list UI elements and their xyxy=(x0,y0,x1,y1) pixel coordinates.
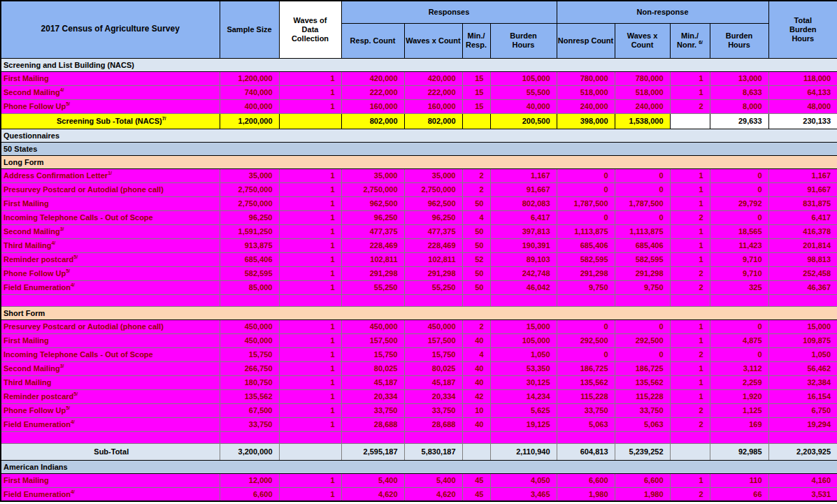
row-label: Reminder postcard5/ xyxy=(1,389,220,403)
cell-nonresp-waves-x-count: 582,595 xyxy=(615,252,670,266)
blank-cell xyxy=(1,294,220,306)
row-label: Phone Follow Up5/ xyxy=(1,99,220,113)
cell-resp-waves-x-count: 2,750,000 xyxy=(404,182,462,196)
cell-min-per-resp: 10 xyxy=(462,403,490,417)
section-row: 50 States xyxy=(1,142,837,155)
cell-resp-waves-x-count: 160,000 xyxy=(404,99,462,113)
row-label: Reminder postcard5/ xyxy=(1,252,220,266)
data-row: First Mailing2,750,0001962,500962,500508… xyxy=(1,196,837,210)
cell-min-per-resp: 45 xyxy=(462,487,490,501)
cell-resp-count: 2,595,187 xyxy=(341,443,404,460)
section-label: Questionnaires xyxy=(1,129,837,142)
cell-resp-waves-x-count: 35,000 xyxy=(404,168,462,182)
row-label: First Mailing xyxy=(1,71,220,85)
cell-resp-waves-x-count: 450,000 xyxy=(404,319,462,333)
cell-sample-size: 85,000 xyxy=(220,280,279,294)
cell-min-per-nonr: 1 xyxy=(670,85,710,99)
cell-nonresp-waves-x-count: 115,228 xyxy=(615,389,670,403)
cell-resp-waves-x-count: 55,250 xyxy=(404,280,462,294)
cell-resp-count: 80,025 xyxy=(341,361,404,375)
data-row: Presurvey Postcard or Autodial (phone ca… xyxy=(1,182,837,196)
footnote-mark: 1/ xyxy=(108,171,112,175)
cell-min-per-nonr: 2 xyxy=(670,99,710,113)
data-row: First Mailing1,200,0001420,000420,000151… xyxy=(1,71,837,85)
blank-cell xyxy=(341,294,404,306)
cell-waves: 1 xyxy=(279,417,341,431)
blank-cell xyxy=(490,431,557,443)
cell-nonresp-count: 1,980 xyxy=(557,487,615,501)
row-label: Second Mailing3/ xyxy=(1,224,220,238)
data-row: Reminder postcard5/685,4061102,811102,81… xyxy=(1,252,837,266)
cell-min-per-resp: 50 xyxy=(462,280,490,294)
cell-nonresp-count: 115,228 xyxy=(557,389,615,403)
cell-total-burden-hours: 2,203,925 xyxy=(768,443,837,460)
cell-resp-count: 160,000 xyxy=(341,99,404,113)
row-label: Third Mailing4/ xyxy=(1,238,220,252)
cell-min-per-resp: 50 xyxy=(462,266,490,280)
cell-nonresp-waves-x-count: 6,600 xyxy=(615,473,670,487)
cell-resp-burden-hours: 242,748 xyxy=(490,266,557,280)
cell-total-burden-hours: 230,133 xyxy=(768,113,837,129)
blank-cell xyxy=(462,294,490,306)
cell-waves: 1 xyxy=(279,487,341,501)
cell-resp-burden-hours: 19,125 xyxy=(490,417,557,431)
cell-resp-burden-hours: 802,083 xyxy=(490,196,557,210)
cell-resp-count: 15,750 xyxy=(341,347,404,361)
section-row: American Indians xyxy=(1,460,837,473)
cell-nonresp-count: 5,063 xyxy=(557,417,615,431)
cell-nonresp-burden-hours: 8,000 xyxy=(710,99,768,113)
data-row: Second Mailing4/740,0001222,000222,00015… xyxy=(1,85,837,99)
cell-waves: 1 xyxy=(279,375,341,389)
cell-resp-burden-hours: 200,500 xyxy=(490,113,557,129)
data-row: Phone Follow Up5/582,5951291,298291,2985… xyxy=(1,266,837,280)
cell-nonresp-count: 780,000 xyxy=(557,71,615,85)
blank-cell xyxy=(615,431,670,443)
data-row: Presurvey Postcard or Autodial (phone ca… xyxy=(1,319,837,333)
cell-nonresp-count: 685,406 xyxy=(557,238,615,252)
cell-resp-waves-x-count: 80,025 xyxy=(404,361,462,375)
section-row: Long Form xyxy=(1,155,837,168)
subtotal-row: Screening Sub -Total (NACS)7/1,200,00080… xyxy=(1,113,837,129)
cell-min-per-nonr: 2 xyxy=(670,266,710,280)
cell-nonresp-waves-x-count: 9,750 xyxy=(615,280,670,294)
cell-nonresp-waves-x-count: 240,000 xyxy=(615,99,670,113)
cell-total-burden-hours: 48,000 xyxy=(768,99,837,113)
cell-waves: 1 xyxy=(279,182,341,196)
cell-min-per-nonr: 2 xyxy=(670,487,710,501)
cell-min-per-resp xyxy=(462,113,490,129)
cell-waves xyxy=(279,113,341,129)
cell-nonresp-count: 0 xyxy=(557,210,615,224)
row-label: Field Enumeration4/ xyxy=(1,487,220,501)
cell-nonresp-waves-x-count: 1,980 xyxy=(615,487,670,501)
cell-nonresp-count: 0 xyxy=(557,182,615,196)
cell-sample-size: 12,000 xyxy=(220,473,279,487)
cell-resp-count: 4,620 xyxy=(341,487,404,501)
cell-min-per-resp: 52 xyxy=(462,252,490,266)
row-label: Field Enumeration4/ xyxy=(1,417,220,431)
cell-sample-size: 96,250 xyxy=(220,210,279,224)
cell-sample-size: 1,200,000 xyxy=(220,71,279,85)
blank-cell xyxy=(1,431,220,443)
footnote-mark: 3/ xyxy=(60,363,64,368)
section-label: American Indians xyxy=(1,460,837,473)
cell-sample-size: 15,750 xyxy=(220,347,279,361)
cell-nonresp-waves-x-count: 685,406 xyxy=(615,238,670,252)
cell-nonresp-burden-hours: 92,985 xyxy=(710,443,768,460)
cell-resp-count: 802,000 xyxy=(341,113,404,129)
cell-nonresp-waves-x-count: 135,562 xyxy=(615,375,670,389)
cell-resp-burden-hours: 89,103 xyxy=(490,252,557,266)
row-label: Presurvey Postcard or Autodial (phone ca… xyxy=(1,182,220,196)
blank-cell xyxy=(279,294,341,306)
cell-min-per-resp: 2 xyxy=(462,182,490,196)
cell-sample-size: 2,750,000 xyxy=(220,196,279,210)
data-row: Phone Follow Up5/67,500133,75033,750105,… xyxy=(1,403,837,417)
col-header-nonresp-burden-hours: Burden Hours xyxy=(710,23,768,58)
cell-waves: 1 xyxy=(279,210,341,224)
footnote-mark: 5/ xyxy=(66,101,70,106)
cell-total-burden-hours: 56,462 xyxy=(768,361,837,375)
cell-total-burden-hours: 3,531 xyxy=(768,487,837,501)
cell-min-per-nonr: 1 xyxy=(670,319,710,333)
cell-total-burden-hours: 831,875 xyxy=(768,196,837,210)
cell-min-per-resp: 4 xyxy=(462,347,490,361)
cell-resp-waves-x-count: 45,187 xyxy=(404,375,462,389)
